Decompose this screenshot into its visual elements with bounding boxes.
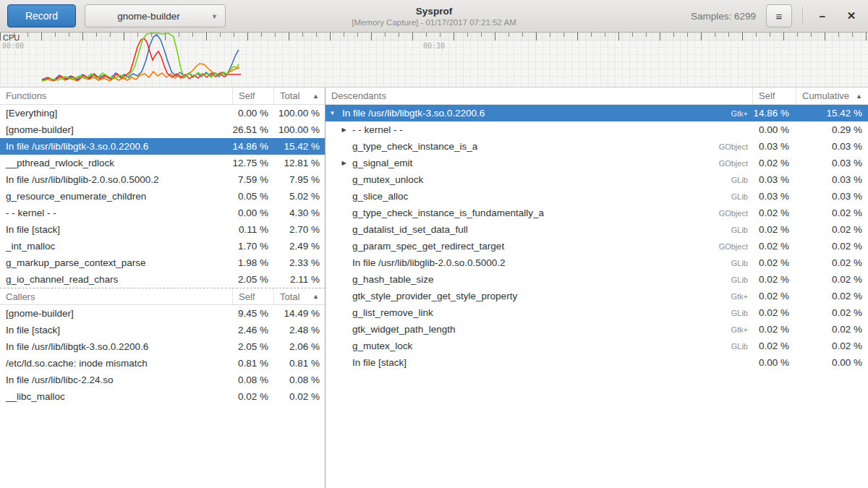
function-total-percent: 5.02 % [273, 191, 325, 202]
descendant-name: gtk_style_provider_get_style_property [348, 291, 731, 301]
descendant-row[interactable]: gtk_widget_path_length Gtk+ 0.02 % 0.02 … [326, 321, 868, 338]
library-tag: GObject [719, 159, 752, 168]
descendant-name: g_mutex_unlock [348, 174, 731, 185]
descendant-name: g_signal_emit [348, 158, 719, 168]
descendant-row[interactable]: g_datalist_id_set_data_full GLib 0.02 % … [326, 221, 868, 238]
descendant-name: g_slice_alloc [348, 191, 731, 202]
library-tag: GLib [731, 259, 752, 267]
function-name: __pthread_rwlock_rdlock [0, 158, 232, 168]
function-name: In file [stack] [0, 224, 232, 235]
function-row[interactable]: _int_malloc 1.70 % 2.49 % [0, 238, 325, 254]
caller-name: __libc_malloc [0, 391, 232, 402]
function-self-percent: 14.86 % [232, 141, 273, 152]
caller-row[interactable]: __libc_malloc 0.02 % 0.02 % [0, 388, 325, 405]
function-row[interactable]: - - kernel - - 0.00 % 4.30 % [0, 205, 325, 221]
caller-row[interactable]: /etc/ld.so.cache: inode mismatch 0.81 % … [0, 355, 325, 372]
descendant-cumulative-percent: 0.03 % [796, 158, 868, 168]
function-row[interactable]: g_io_channel_read_chars 2.05 % 2.11 % [0, 271, 325, 288]
function-total-percent: 2.33 % [273, 257, 325, 268]
caller-self-percent: 0.81 % [232, 358, 273, 369]
close-button[interactable]: ✕ [842, 7, 861, 25]
descendant-self-percent: 0.02 % [752, 291, 796, 301]
descendant-cumulative-percent: 0.02 % [796, 257, 868, 268]
descendant-self-percent: 0.02 % [752, 341, 796, 351]
callers-self-column-header[interactable]: Self [232, 288, 273, 304]
sort-ascending-icon: ▲ [308, 293, 319, 300]
expander-arrow-icon[interactable]: ▼ [326, 110, 336, 116]
library-tag: GLib [731, 342, 752, 351]
descendant-cumulative-percent: 0.02 % [796, 274, 868, 285]
descendant-name: g_mutex_lock [348, 341, 731, 351]
expander-arrow-icon[interactable]: ▶ [337, 127, 348, 133]
descendants-column-header[interactable]: Descendants [326, 87, 752, 104]
functions-column-header[interactable]: Functions [0, 87, 232, 104]
headerbar-right: Samples: 6299 ≡ − ✕ [691, 4, 861, 27]
minimize-button[interactable]: − [813, 7, 832, 25]
function-total-percent: 100.00 % [273, 124, 325, 135]
cpu-usage-graph[interactable]: CPU 00:00 00:30 [0, 33, 868, 87]
function-self-percent: 26.51 % [232, 124, 273, 135]
descendant-row[interactable]: g_param_spec_get_redirect_target GObject… [326, 238, 868, 254]
function-row[interactable]: [gnome-builder] 26.51 % 100.00 % [0, 121, 325, 138]
descendant-name: g_list_remove_link [348, 307, 731, 318]
function-row[interactable]: __pthread_rwlock_rdlock 12.75 % 12.81 % [0, 155, 325, 171]
caller-name: In file [stack] [0, 325, 232, 335]
process-selector-dropdown[interactable]: gnome-builder ▼ [85, 4, 226, 27]
callers-column-header[interactable]: Callers [0, 288, 232, 304]
library-tag: GLib [731, 309, 752, 317]
descendant-self-percent: 0.00 % [752, 124, 796, 135]
function-row[interactable]: In file [stack] 0.11 % 2.70 % [0, 221, 325, 238]
descendant-cumulative-percent: 0.03 % [796, 141, 868, 152]
close-icon: ✕ [847, 9, 856, 22]
descendants-table-header: Descendants Self Cumulative ▲ [326, 87, 868, 105]
descendant-row[interactable]: g_hash_table_size GLib 0.02 % 0.02 % [326, 271, 868, 288]
descendant-self-percent: 14.86 % [752, 108, 796, 119]
descendant-row[interactable]: g_type_check_instance_is_a GObject 0.03 … [326, 138, 868, 155]
sort-ascending-icon: ▲ [851, 93, 862, 100]
function-total-percent: 12.81 % [273, 158, 325, 168]
descendants-cumulative-column-header[interactable]: Cumulative ▲ [796, 87, 868, 104]
function-row[interactable]: In file /usr/lib/libgtk-3.so.0.2200.6 14… [0, 138, 325, 155]
function-row[interactable]: In file /usr/lib/libglib-2.0.so.0.5000.2… [0, 171, 325, 188]
caller-row[interactable]: [gnome-builder] 9.45 % 14.49 % [0, 305, 325, 322]
descendant-self-percent: 0.02 % [752, 158, 796, 168]
cpu-graph-label: CPU [3, 33, 20, 42]
descendant-row[interactable]: g_mutex_unlock GLib 0.03 % 0.03 % [326, 171, 868, 188]
descendant-row[interactable]: ▶ - - kernel - - 0.00 % 0.29 % [326, 121, 868, 138]
library-tag: GLib [731, 176, 752, 184]
record-button[interactable]: Record [7, 4, 76, 27]
function-self-percent: 0.00 % [232, 108, 273, 119]
function-total-percent: 2.11 % [273, 274, 325, 285]
minimize-icon: − [820, 10, 826, 22]
functions-total-column-header[interactable]: Total ▲ [273, 87, 325, 104]
descendant-row[interactable]: g_mutex_lock GLib 0.02 % 0.02 % [326, 338, 868, 354]
function-row[interactable]: g_markup_parse_context_parse 1.98 % 2.33… [0, 254, 325, 271]
descendant-self-percent: 0.02 % [752, 324, 796, 335]
caller-row[interactable]: In file /usr/lib/libgtk-3.so.0.2200.6 2.… [0, 338, 325, 355]
hamburger-menu-button[interactable]: ≡ [766, 4, 792, 27]
descendant-self-percent: 0.02 % [752, 241, 796, 252]
caller-name: /etc/ld.so.cache: inode mismatch [0, 358, 232, 369]
function-row[interactable]: [Everything] 0.00 % 100.00 % [0, 105, 325, 121]
descendant-cumulative-percent: 0.02 % [796, 207, 868, 218]
caller-row[interactable]: In file [stack] 2.46 % 2.48 % [0, 322, 325, 338]
functions-self-column-header[interactable]: Self [232, 87, 273, 104]
function-self-percent: 0.11 % [232, 224, 273, 235]
descendant-cumulative-percent: 0.00 % [796, 357, 868, 368]
descendant-row[interactable]: g_slice_alloc GLib 0.03 % 0.03 % [326, 188, 868, 205]
descendant-row[interactable]: g_list_remove_link GLib 0.02 % 0.02 % [326, 304, 868, 321]
expander-arrow-icon[interactable]: ▶ [337, 160, 348, 166]
descendant-row[interactable]: In file /usr/lib/libglib-2.0.so.0.5000.2… [326, 254, 868, 271]
descendants-self-column-header[interactable]: Self [752, 87, 796, 104]
library-tag: Gtk+ [731, 109, 752, 118]
function-row[interactable]: g_resource_enumerate_children 0.05 % 5.0… [0, 188, 325, 205]
descendant-row[interactable]: ▶ g_signal_emit GObject 0.02 % 0.03 % [326, 155, 868, 171]
descendant-row[interactable]: In file [stack] 0.00 % 0.00 % [326, 354, 868, 371]
callers-total-column-header[interactable]: Total ▲ [273, 288, 325, 304]
function-self-percent: 0.00 % [232, 207, 273, 218]
descendant-row[interactable]: ▼ In file /usr/lib/libgtk-3.so.0.2200.6 … [326, 105, 868, 121]
caller-row[interactable]: In file /usr/lib/libc-2.24.so 0.08 % 0.0… [0, 372, 325, 388]
descendant-row[interactable]: gtk_style_provider_get_style_property Gt… [326, 288, 868, 304]
descendant-row[interactable]: g_type_check_instance_is_fundamentally_a… [326, 205, 868, 221]
caller-name: [gnome-builder] [0, 308, 232, 319]
